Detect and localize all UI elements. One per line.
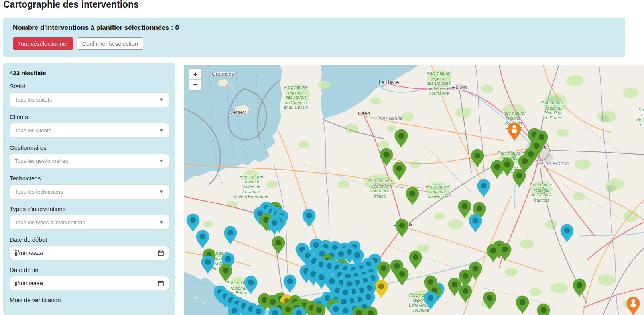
filter-label-clients: Clients xyxy=(10,113,169,120)
map-park-label: Parc naturelrégionalOise-Paysde France xyxy=(542,100,565,120)
date-start-input[interactable]: jj/mm/aaaa xyxy=(10,246,169,260)
zoom-in-button[interactable]: + xyxy=(189,69,201,80)
date-end-input[interactable]: jj/mm/aaaa xyxy=(10,276,169,290)
filter-placeholder-types: Tous les types d'interventions xyxy=(15,219,85,225)
filter-label-types: Types d'interventions xyxy=(10,205,169,212)
map-place-label: Normandie xyxy=(377,115,403,121)
filter-select-types[interactable]: Tous les types d'interventions ▼ xyxy=(10,215,169,230)
chevron-down-icon: ▼ xyxy=(159,128,164,133)
map-place-label: Guernsey xyxy=(212,71,234,77)
filter-label-techniciens: Techniciens xyxy=(10,175,169,182)
map-place-label: Rouen xyxy=(452,85,467,90)
chevron-down-icon: ▼ xyxy=(159,97,164,102)
filter-placeholder-techniciens: Tous les techniciens xyxy=(15,189,63,195)
selection-count-text: Nombre d'interventions à planifier sélec… xyxy=(13,24,616,32)
map-place-label: Île-de-France xyxy=(538,160,569,166)
calendar-icon[interactable] xyxy=(158,250,164,256)
banner-buttons: Tout désélectionner Confirmer la sélecti… xyxy=(13,37,616,50)
filter-label-gestionnaires: Gestionnaires xyxy=(10,144,169,151)
date-end-value: jj/mm/aaaa xyxy=(15,280,43,286)
date-start-label: Date de début xyxy=(10,236,169,243)
chevron-down-icon: ▼ xyxy=(159,158,164,164)
map-zoom-control: + − xyxy=(189,68,202,91)
interventions-map[interactable]: + − xyxy=(184,65,644,315)
date-end-label: Date de fin xyxy=(10,266,169,273)
calendar-icon[interactable] xyxy=(158,280,164,286)
date-start-value: jj/mm/aaaa xyxy=(15,250,43,256)
filters-sidebar: 423 résultats Statut Tous les statuts ▼ … xyxy=(3,63,175,315)
map-park-label: Parc naturelrégionaldes Maraisdu Cotenti… xyxy=(284,85,308,110)
map-place-label: Caen xyxy=(358,111,370,116)
selection-banner: Nombre d'interventions à planifier sélec… xyxy=(3,18,625,57)
confirm-selection-button[interactable]: Confirmer la sélection xyxy=(77,37,143,50)
page-title: Cartographie des interventions xyxy=(3,0,139,10)
zoom-out-button[interactable]: − xyxy=(189,80,201,90)
filter-placeholder-statut: Tous les statuts xyxy=(15,97,52,103)
deselect-all-button[interactable]: Tout désélectionner xyxy=(13,37,73,50)
map-place-label: Le Havre xyxy=(379,80,399,85)
app-root: Cartographie des interventions Nombre d'… xyxy=(0,0,644,315)
map-place-label: Jersey xyxy=(230,109,246,115)
map-canvas[interactable]: GuernseyJerseyLe HavreRouenCaenLe MansPa… xyxy=(184,65,644,315)
verification-month-label: Mois de vérification xyxy=(10,297,169,303)
results-count: 423 résultats xyxy=(10,70,169,76)
filter-placeholder-clients: Tous les clients xyxy=(15,127,51,133)
chevron-down-icon: ▼ xyxy=(159,189,164,194)
map-park-label: Parc naturelrégionaldes Bouclesde la Sei… xyxy=(427,71,451,96)
filter-placeholder-gestionnaires: Tous les gestionnaires xyxy=(15,158,68,164)
filter-select-statut[interactable]: Tous les statuts ▼ xyxy=(10,92,169,107)
filter-select-gestionnaires[interactable]: Tous les gestionnaires ▼ xyxy=(10,154,169,168)
chevron-down-icon: ▼ xyxy=(159,220,164,225)
filter-select-clients[interactable]: Tous les clients ▼ xyxy=(10,123,169,138)
filter-select-techniciens[interactable]: Tous les techniciens ▼ xyxy=(10,184,169,199)
filter-label-statut: Statut xyxy=(10,83,169,90)
